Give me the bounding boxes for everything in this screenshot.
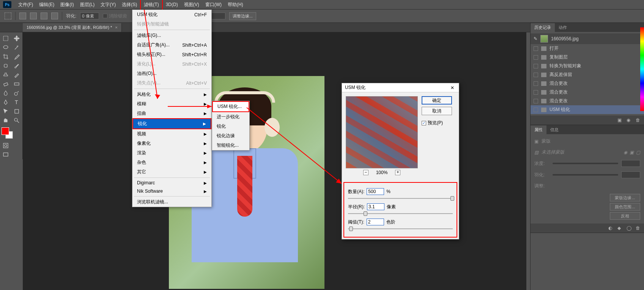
apply-mask-icon[interactable]: ◆: [617, 225, 623, 231]
menu-window[interactable]: 窗口(W): [202, 0, 225, 10]
history-step[interactable]: 复制图层: [531, 53, 644, 62]
blur-tool[interactable]: [0, 89, 11, 97]
threshold-slider[interactable]: [348, 226, 453, 231]
snapshot-icon[interactable]: ▣: [617, 117, 623, 123]
quickmask-tool[interactable]: [0, 141, 11, 150]
lasso-tool[interactable]: [0, 43, 11, 52]
filter-menu-item[interactable]: 其它▶: [132, 167, 211, 177]
selection-add-icon[interactable]: [30, 13, 37, 19]
eyedropper-tool[interactable]: [12, 52, 22, 61]
filter-menu-item[interactable]: 像素化▶: [132, 139, 211, 148]
filter-menu-item[interactable]: 自适应广角(A)...Shift+Ctrl+A: [132, 40, 211, 50]
cancel-button[interactable]: 取消: [422, 107, 452, 115]
sharpen-submenu-item[interactable]: 锐化边缘: [212, 131, 249, 141]
dialog-titlebar[interactable]: USM 锐化 ✕: [342, 83, 459, 92]
trash-icon[interactable]: 🗑: [636, 117, 641, 123]
ok-button[interactable]: 确定: [422, 96, 452, 105]
filter-menu-item[interactable]: 模糊▶: [132, 99, 211, 109]
marquee-tool[interactable]: [0, 34, 11, 43]
filter-menu-item[interactable]: 滤镜库(G)...: [132, 31, 211, 40]
selection-new-icon[interactable]: [19, 13, 26, 19]
filter-menu-item[interactable]: 浏览联机滤镜...: [132, 197, 211, 207]
filter-menu-item[interactable]: 视频▶: [132, 129, 211, 139]
history-step[interactable]: 混合更改: [531, 88, 644, 97]
history-step[interactable]: 转换为智能对象: [531, 62, 644, 70]
feather-input[interactable]: [80, 13, 99, 19]
menu-type[interactable]: 文字(Y): [98, 0, 119, 10]
threshold-input[interactable]: [367, 219, 384, 225]
refine-edge-button[interactable]: 调整边缘...: [229, 12, 256, 20]
history-step[interactable]: 混合更改: [531, 97, 644, 105]
menu-image[interactable]: 图像(I): [57, 0, 77, 10]
filter-menu-item[interactable]: 渲染▶: [132, 148, 211, 158]
filter-menu-item[interactable]: USM 锐化Ctrl+F: [132, 10, 211, 19]
screenmode-tool[interactable]: [0, 151, 11, 159]
stamp-tool[interactable]: [0, 71, 11, 79]
path-select-tool[interactable]: [0, 107, 11, 116]
gradient-tool[interactable]: [12, 80, 22, 88]
history-step[interactable]: 混合更改: [531, 79, 644, 88]
document-tab[interactable]: 16609556.jpg @ 33.3% (背景 副本, RGB/8#) * ×: [23, 23, 122, 32]
preview-checkbox[interactable]: ✓预览(P): [422, 120, 452, 126]
filter-menu-item[interactable]: 风格化▶: [132, 90, 211, 99]
amount-slider[interactable]: [348, 196, 453, 201]
filter-menu-item[interactable]: 油画(O)...: [132, 69, 211, 78]
antialias-checkbox[interactable]: [103, 14, 107, 18]
healing-tool[interactable]: [0, 62, 11, 70]
camera-icon[interactable]: ◉: [627, 117, 632, 123]
vector-mask-icon[interactable]: ▢: [636, 150, 640, 155]
sharpen-submenu-item[interactable]: 进一步锐化: [212, 112, 249, 122]
brush-tool[interactable]: [12, 62, 22, 70]
crop-tool[interactable]: [0, 52, 11, 61]
hand-tool[interactable]: [0, 116, 11, 125]
dodge-tool[interactable]: [12, 89, 22, 97]
wand-tool[interactable]: [12, 43, 22, 52]
zoom-in-button[interactable]: +: [395, 170, 400, 175]
selection-intersect-icon[interactable]: [51, 13, 58, 19]
radius-slider[interactable]: [348, 211, 453, 216]
load-selection-icon[interactable]: ◐: [608, 225, 614, 231]
eraser-tool[interactable]: [0, 80, 11, 88]
tab-actions[interactable]: 动作: [555, 23, 571, 32]
tab-info[interactable]: 信息: [546, 125, 562, 134]
shape-tool[interactable]: [12, 107, 22, 116]
filter-menu-item[interactable]: 镜头校正(R)...Shift+Ctrl+R: [132, 50, 211, 59]
filter-menu-item[interactable]: 扭曲▶: [132, 109, 211, 118]
move-tool[interactable]: [12, 34, 22, 43]
menu-file[interactable]: 文件(F): [15, 0, 36, 10]
selection-sub-icon[interactable]: [41, 13, 47, 19]
pixel-mask-icon[interactable]: ▣: [630, 150, 634, 155]
sharpen-submenu-item[interactable]: 锐化: [212, 122, 249, 131]
close-tab-icon[interactable]: ×: [115, 25, 117, 30]
menu-3d[interactable]: 3D(D): [163, 0, 181, 9]
close-icon[interactable]: ✕: [450, 85, 456, 90]
amount-input[interactable]: [367, 188, 384, 195]
tab-properties[interactable]: 属性: [531, 125, 546, 134]
tab-history[interactable]: 历史记录: [531, 23, 555, 32]
color-bar[interactable]: [640, 27, 644, 111]
history-source[interactable]: ✎ 16609556.jpg: [531, 33, 644, 44]
eye-icon[interactable]: ◉: [624, 150, 627, 155]
menu-layer[interactable]: 图层(L): [77, 0, 98, 10]
color-swatches[interactable]: [2, 127, 13, 139]
zoom-out-button[interactable]: −: [363, 170, 368, 175]
menu-edit[interactable]: 编辑(E): [36, 0, 57, 10]
menu-help[interactable]: 帮助(H): [225, 0, 246, 10]
radius-input[interactable]: [367, 203, 384, 210]
filter-menu-item[interactable]: Nik Software▶: [132, 187, 211, 195]
sharpen-submenu-item[interactable]: USM 锐化...: [212, 101, 249, 112]
history-step[interactable]: 高反差保留: [531, 70, 644, 79]
zoom-tool[interactable]: [12, 116, 22, 125]
filter-menu-item[interactable]: 锐化▶: [132, 118, 211, 129]
filter-menu-item[interactable]: Digimarc▶: [132, 179, 211, 187]
history-step[interactable]: 打开: [531, 44, 644, 53]
history-brush-tool[interactable]: [12, 71, 22, 79]
disable-mask-icon[interactable]: ◯: [627, 225, 632, 231]
history-step[interactable]: USM 锐化: [531, 105, 644, 114]
menu-select[interactable]: 选择(S): [119, 0, 140, 10]
menu-view[interactable]: 视图(V): [181, 0, 202, 10]
filter-menu-item[interactable]: 杂色▶: [132, 158, 211, 167]
type-tool[interactable]: T: [12, 98, 22, 106]
pen-tool[interactable]: [0, 98, 11, 106]
delete-mask-icon[interactable]: 🗑: [636, 225, 641, 231]
